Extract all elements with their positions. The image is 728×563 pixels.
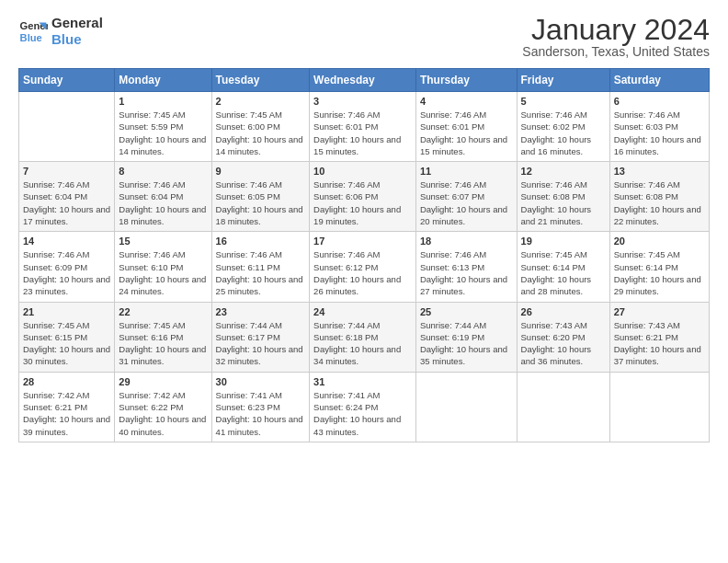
day-number: 21 [23,306,110,317]
calendar-cell: 25Sunrise: 7:44 AMSunset: 6:19 PMDayligh… [415,302,517,372]
sunrise-text: Sunrise: 7:44 AM [216,319,306,331]
day-number: 23 [216,306,306,317]
calendar-cell [517,372,609,442]
day-info: Sunrise: 7:44 AMSunset: 6:18 PMDaylight:… [313,319,412,368]
logo-line1: General [51,15,103,31]
daylight-text: Daylight: 10 hours and 36 minutes. [521,343,606,368]
daylight-text: Daylight: 10 hours and 35 minutes. [420,343,513,368]
daylight-text: Daylight: 10 hours and 19 minutes. [313,203,412,228]
day-info: Sunrise: 7:44 AMSunset: 6:17 PMDaylight:… [216,319,306,368]
day-info: Sunrise: 7:42 AMSunset: 6:22 PMDaylight:… [119,389,207,438]
calendar-title: January 2024 [522,15,710,44]
day-info: Sunrise: 7:46 AMSunset: 6:02 PMDaylight:… [521,109,606,157]
sunrise-text: Sunrise: 7:46 AM [119,178,207,190]
day-number: 29 [119,376,207,387]
sunset-text: Sunset: 6:08 PM [614,190,705,202]
daylight-text: Daylight: 10 hours and 14 minutes. [216,133,306,158]
sunset-text: Sunset: 6:01 PM [313,121,412,132]
daylight-text: Daylight: 10 hours and 18 minutes. [119,203,207,228]
day-number: 10 [313,166,412,177]
calendar-cell: 13Sunrise: 7:46 AMSunset: 6:08 PMDayligh… [609,162,709,232]
sunrise-text: Sunrise: 7:46 AM [313,248,412,260]
calendar-cell [415,372,517,442]
calendar-cell: 17Sunrise: 7:46 AMSunset: 6:12 PMDayligh… [310,232,416,302]
day-number: 17 [313,236,412,247]
day-info: Sunrise: 7:46 AMSunset: 6:12 PMDaylight:… [313,248,412,297]
daylight-text: Daylight: 10 hours and 27 minutes. [420,273,513,298]
daylight-text: Daylight: 10 hours and 30 minutes. [23,343,110,368]
day-info: Sunrise: 7:46 AMSunset: 6:10 PMDaylight:… [119,248,207,297]
sunset-text: Sunset: 6:21 PM [23,401,110,413]
sunrise-text: Sunrise: 7:44 AM [313,319,412,331]
sunset-text: Sunset: 6:11 PM [216,261,306,273]
calendar-cell: 1Sunrise: 7:45 AMSunset: 5:59 PMDaylight… [115,92,211,162]
weekday-header-saturday: Saturday [609,69,709,92]
logo-icon: General Blue [18,17,48,46]
sunrise-text: Sunrise: 7:43 AM [614,319,705,331]
day-info: Sunrise: 7:41 AMSunset: 6:23 PMDaylight:… [216,389,306,438]
calendar-cell: 23Sunrise: 7:44 AMSunset: 6:17 PMDayligh… [211,302,310,372]
calendar-cell: 28Sunrise: 7:42 AMSunset: 6:21 PMDayligh… [19,372,115,442]
calendar-cell: 30Sunrise: 7:41 AMSunset: 6:23 PMDayligh… [211,372,310,442]
daylight-text: Daylight: 10 hours and 28 minutes. [521,273,606,298]
daylight-text: Daylight: 10 hours and 31 minutes. [119,343,207,368]
sunset-text: Sunset: 6:08 PM [521,190,606,202]
sunset-text: Sunset: 6:14 PM [521,261,606,273]
day-number: 16 [216,236,306,247]
sunset-text: Sunset: 6:19 PM [420,331,513,343]
sunset-text: Sunset: 6:07 PM [420,190,513,202]
sunset-text: Sunset: 6:04 PM [119,190,207,202]
logo-line2: Blue [51,31,103,48]
sunrise-text: Sunrise: 7:41 AM [313,389,412,401]
day-number: 18 [420,236,513,247]
sunrise-text: Sunrise: 7:46 AM [313,109,412,121]
sunrise-text: Sunrise: 7:41 AM [216,389,306,401]
calendar-cell: 27Sunrise: 7:43 AMSunset: 6:21 PMDayligh… [609,302,709,372]
day-info: Sunrise: 7:45 AMSunset: 5:59 PMDaylight:… [119,109,207,157]
daylight-text: Daylight: 10 hours and 14 minutes. [119,133,207,158]
daylight-text: Daylight: 10 hours and 24 minutes. [119,273,207,298]
calendar-cell: 15Sunrise: 7:46 AMSunset: 6:10 PMDayligh… [115,232,211,302]
daylight-text: Daylight: 10 hours and 39 minutes. [23,413,110,438]
calendar-cell: 2Sunrise: 7:45 AMSunset: 6:00 PMDaylight… [211,92,310,162]
day-number: 3 [313,96,412,107]
calendar-subtitle: Sanderson, Texas, United States [522,44,710,59]
calendar-table: SundayMondayTuesdayWednesdayThursdayFrid… [18,68,710,442]
sunrise-text: Sunrise: 7:46 AM [614,109,705,121]
sunrise-text: Sunrise: 7:42 AM [119,389,207,401]
calendar-week-row: 21Sunrise: 7:45 AMSunset: 6:15 PMDayligh… [19,302,710,372]
day-info: Sunrise: 7:46 AMSunset: 6:01 PMDaylight:… [420,109,513,157]
calendar-cell: 31Sunrise: 7:41 AMSunset: 6:24 PMDayligh… [310,372,416,442]
day-info: Sunrise: 7:46 AMSunset: 6:13 PMDaylight:… [420,248,513,297]
day-number: 19 [521,236,606,247]
day-number: 20 [614,236,705,247]
weekday-header-monday: Monday [115,69,211,92]
sunrise-text: Sunrise: 7:45 AM [216,109,306,121]
sunset-text: Sunset: 6:22 PM [119,401,207,413]
sunrise-text: Sunrise: 7:46 AM [216,178,306,190]
day-number: 5 [521,96,606,107]
day-number: 22 [119,306,207,317]
calendar-cell [609,372,709,442]
sunrise-text: Sunrise: 7:46 AM [119,248,207,260]
header: General Blue General Blue January 2024 S… [18,15,710,59]
day-info: Sunrise: 7:45 AMSunset: 6:15 PMDaylight:… [23,319,110,368]
day-number: 28 [23,376,110,387]
calendar-cell: 4Sunrise: 7:46 AMSunset: 6:01 PMDaylight… [415,92,517,162]
daylight-text: Daylight: 10 hours and 40 minutes. [119,413,207,438]
sunrise-text: Sunrise: 7:46 AM [420,178,513,190]
sunset-text: Sunset: 6:02 PM [521,121,606,132]
sunrise-text: Sunrise: 7:43 AM [521,319,606,331]
calendar-cell: 19Sunrise: 7:45 AMSunset: 6:14 PMDayligh… [517,232,609,302]
sunrise-text: Sunrise: 7:46 AM [23,248,110,260]
calendar-cell [19,92,115,162]
daylight-text: Daylight: 10 hours and 15 minutes. [313,133,412,158]
day-number: 2 [216,96,306,107]
title-block: January 2024 Sanderson, Texas, United St… [522,15,710,59]
day-info: Sunrise: 7:46 AMSunset: 6:03 PMDaylight:… [614,109,705,157]
calendar-cell: 7Sunrise: 7:46 AMSunset: 6:04 PMDaylight… [19,162,115,232]
sunrise-text: Sunrise: 7:46 AM [23,178,110,190]
calendar-cell: 29Sunrise: 7:42 AMSunset: 6:22 PMDayligh… [115,372,211,442]
day-number: 1 [119,96,207,107]
day-info: Sunrise: 7:46 AMSunset: 6:08 PMDaylight:… [614,178,705,227]
